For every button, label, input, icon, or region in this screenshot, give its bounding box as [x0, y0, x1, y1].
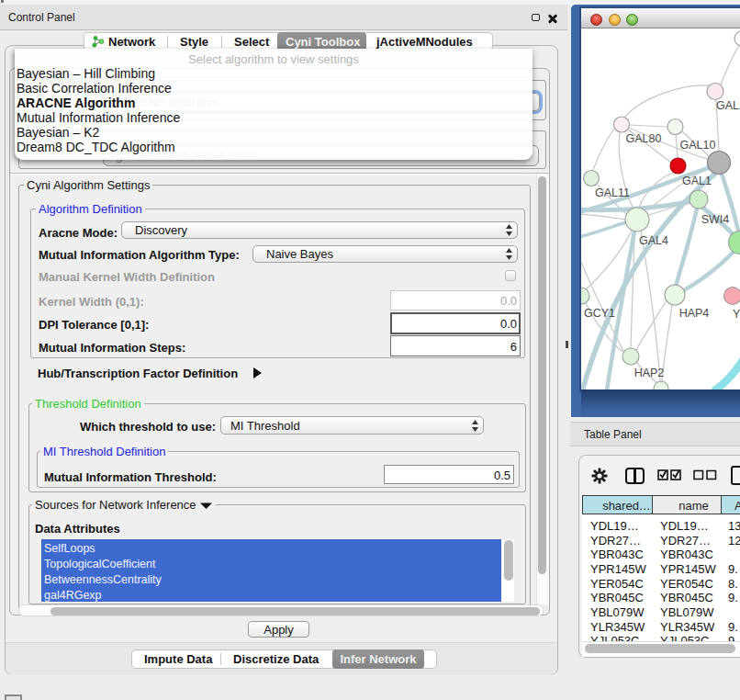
svg-text:HAP2: HAP2 — [634, 367, 665, 379]
svg-text:SWI4: SWI4 — [701, 213, 730, 226]
svg-text:GAL11: GAL11 — [595, 186, 630, 199]
svg-text:GCY1: GCY1 — [584, 307, 615, 320]
svg-text:GAL10: GAL10 — [680, 139, 716, 152]
svg-text:GAL1: GAL1 — [682, 175, 712, 187]
svg-text:HAP4: HAP4 — [679, 307, 710, 320]
svg-text:Y: Y — [733, 308, 740, 321]
svg-text:GAL4: GAL4 — [639, 234, 668, 247]
svg-text:GAL2: GAL2 — [716, 99, 740, 112]
svg-text:GAL80: GAL80 — [626, 132, 662, 145]
